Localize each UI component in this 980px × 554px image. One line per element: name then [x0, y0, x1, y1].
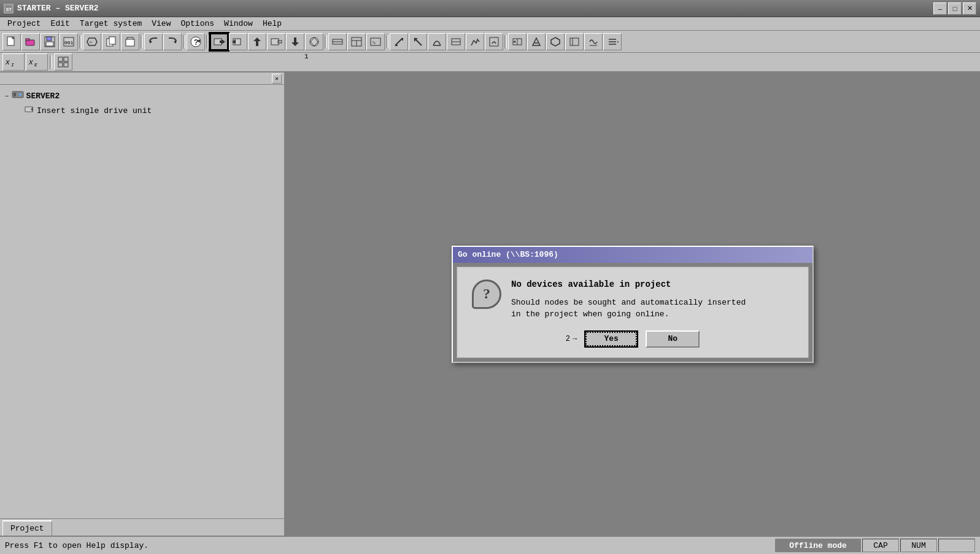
cap-indicator: CAP [862, 539, 899, 552]
tree-expand[interactable]: – [5, 92, 9, 99]
svg-rect-7 [47, 37, 52, 41]
menu-view[interactable]: View [147, 18, 176, 29]
tb-btn4[interactable]: 001 [60, 33, 78, 50]
tb-redo[interactable] [163, 33, 182, 50]
tb-btn-f5[interactable] [466, 33, 484, 50]
tb-btn-g6[interactable] [603, 33, 622, 50]
dialog-yes-button[interactable]: Yes [584, 330, 638, 348]
menu-window[interactable]: Window [219, 18, 258, 29]
minimize-button[interactable]: – [933, 2, 947, 15]
svg-rect-67 [14, 93, 16, 96]
svg-rect-54 [570, 38, 579, 45]
server-label: SERVER2 [26, 92, 60, 101]
svg-text:✂: ✂ [90, 40, 93, 45]
svg-point-68 [19, 93, 21, 96]
tb-btn-f4[interactable] [447, 33, 465, 50]
tb-btn-f3[interactable] [428, 33, 446, 50]
arrow-icon: → [573, 335, 577, 343]
insert-drive-label[interactable]: Insert single drive unit [37, 106, 152, 115]
status-right: Offline mode CAP NUM [775, 539, 975, 552]
toolbar: 001 ✂ ? 1 ∿ [0, 31, 980, 53]
status-bar: Press F1 to open Help display. Offline m… [0, 536, 980, 554]
tb-btn5[interactable]: ✂ [83, 33, 101, 50]
tb-btn-d2[interactable] [286, 33, 304, 50]
svg-rect-16 [126, 39, 134, 46]
svg-marker-17 [150, 40, 152, 44]
tb-btn-g3[interactable] [546, 33, 565, 50]
toolbar2-sep [49, 53, 53, 71]
svg-rect-8 [46, 42, 53, 46]
panel-header: ✕ [0, 72, 284, 85]
dialog-title: Go online (\\BS:1096) [458, 250, 558, 259]
menu-target-system[interactable]: Target system [75, 18, 147, 29]
svg-marker-51 [513, 41, 515, 43]
arrow-label-2: 2 → [566, 335, 577, 343]
dialog-sub-message: Should nodes be sought and automatically… [511, 297, 793, 321]
maximize-button[interactable]: □ [948, 2, 962, 15]
tb-btn-g4[interactable] [565, 33, 584, 50]
tb2-xi[interactable]: XI [2, 53, 25, 71]
tree-root-item: – SERVER2 [5, 90, 279, 102]
tab-project[interactable]: Project [2, 520, 52, 536]
svg-marker-18 [174, 40, 176, 44]
svg-text:ST: ST [6, 6, 12, 12]
tb-btn-e1[interactable] [328, 33, 347, 50]
tb-download[interactable] [267, 33, 285, 50]
tab-bar: Project [0, 518, 284, 536]
go-online-dialog: Go online (\\BS:1096) ? No devices avail… [452, 246, 814, 363]
tb2-grid[interactable] [54, 53, 72, 71]
title-bar: ST STARTER – SERVER2 – □ ✕ [0, 0, 980, 17]
tb-upload[interactable] [248, 33, 266, 50]
tb-btn-e3[interactable]: ∿ [366, 33, 385, 50]
menu-project[interactable]: Project [2, 18, 46, 29]
tb-btn-f1[interactable] [390, 33, 408, 50]
svg-rect-65 [64, 63, 68, 67]
tb-btn-g1[interactable] [508, 33, 527, 50]
svg-marker-30 [291, 37, 299, 46]
tb-go-online[interactable] [210, 33, 228, 50]
tb-btn-d3[interactable] [305, 33, 323, 50]
tree-child-item: Insert single drive unit [25, 104, 279, 117]
tree-area: – SERVER2 Insert single d [0, 85, 284, 122]
svg-marker-24 [222, 39, 225, 44]
tb-open[interactable] [21, 33, 40, 50]
menu-help[interactable]: Help [258, 18, 287, 29]
tb-undo[interactable] [144, 33, 163, 50]
toolbar-sep-5 [324, 33, 328, 50]
tb-btn-online2[interactable] [229, 33, 247, 50]
toolbar-sep-6 [385, 33, 389, 50]
tb-help[interactable]: ? [187, 33, 205, 50]
svg-rect-5 [26, 39, 29, 41]
app-icon: ST [4, 4, 14, 14]
tb-new[interactable] [2, 33, 21, 50]
toolbar2: XI XE [0, 53, 980, 72]
left-panel: ✕ – SERVER2 [0, 72, 285, 536]
close-button[interactable]: ✕ [963, 2, 976, 15]
svg-rect-14 [109, 37, 115, 44]
svg-text:X: X [28, 59, 34, 66]
menu-edit[interactable]: Edit [46, 18, 75, 29]
toolbar-sep-3 [182, 33, 186, 50]
tb-btn-g5[interactable] [584, 33, 603, 50]
tb-btn-e2[interactable] [347, 33, 366, 50]
tb2-xe[interactable]: XE [26, 53, 48, 71]
tb-btn-f2[interactable] [409, 33, 427, 50]
tb-copy[interactable] [102, 33, 120, 50]
svg-text:I: I [11, 62, 14, 68]
dialog-titlebar: Go online (\\BS:1096) [453, 247, 812, 263]
svg-text:∿: ∿ [372, 40, 376, 45]
svg-text:?: ? [194, 39, 198, 47]
tb-btn-f6[interactable] [485, 33, 503, 50]
app-title: STARTER – SERVER2 [17, 4, 99, 13]
tb-save[interactable] [41, 33, 59, 50]
tb-btn-g2[interactable] [527, 33, 546, 50]
svg-text:E: E [34, 62, 37, 68]
dialog-content: ? No devices available in project Should… [472, 279, 793, 321]
toolbar-sep-4 [206, 33, 209, 50]
dialog-no-button[interactable]: No [646, 330, 700, 348]
menu-options[interactable]: Options [176, 18, 219, 29]
tb-paste[interactable] [121, 33, 139, 50]
dialog-text-area: No devices available in project Should n… [511, 279, 793, 321]
toolbar-sep-1 [79, 33, 82, 50]
panel-close-button[interactable]: ✕ [272, 74, 282, 84]
